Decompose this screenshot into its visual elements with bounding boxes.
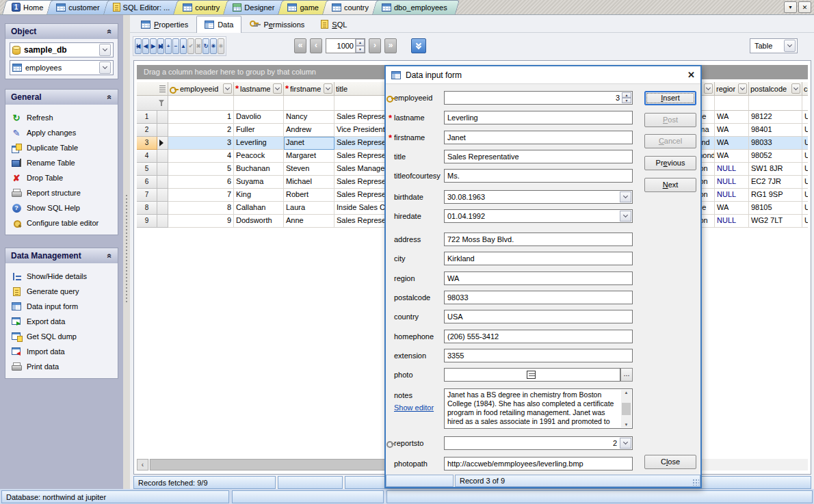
spin-down-button[interactable]: ▼: [356, 46, 365, 53]
sidebar-item-data-input-form[interactable]: Data input form: [8, 299, 115, 314]
cell-lastname[interactable]: Leverling: [234, 137, 284, 150]
cell-country[interactable]: USA: [802, 150, 808, 163]
scroll-left-button[interactable]: ‹: [137, 459, 148, 470]
cell-postalcode[interactable]: WG2 7LT: [749, 215, 802, 228]
sidebar-item-report-structure[interactable]: Report structure: [8, 185, 115, 200]
next-button[interactable]: Next: [644, 178, 696, 192]
cell-firstname[interactable]: Anne: [284, 215, 334, 228]
field-input-reportsto[interactable]: [445, 437, 632, 449]
cell-postalcode[interactable]: RG1 9SP: [749, 189, 802, 202]
field-input-title[interactable]: [445, 150, 632, 163]
post-record-button[interactable]: ✔: [187, 38, 194, 54]
row-number[interactable]: 3: [137, 137, 157, 150]
tab-data[interactable]: Data: [196, 16, 241, 33]
cell-lastname[interactable]: Peacock: [234, 150, 284, 163]
column-filter-dropdown[interactable]: [738, 83, 747, 94]
cell-country[interactable]: UK: [802, 215, 808, 228]
tab-country[interactable]: country: [173, 0, 228, 14]
cell-country[interactable]: UK: [802, 163, 808, 176]
sidebar-item-configure-table-editor[interactable]: Configure table editor: [8, 215, 115, 230]
cell-region[interactable]: WA: [715, 137, 749, 150]
field-input-photopath[interactable]: [445, 457, 632, 470]
notes-scrollbar[interactable]: ▲▼: [621, 390, 631, 427]
field-region[interactable]: [444, 271, 633, 285]
close-tab-button[interactable]: ✕: [798, 1, 811, 13]
tab-properties[interactable]: Properties: [133, 16, 196, 32]
cell-postalcode[interactable]: 98052: [749, 150, 802, 163]
dropdown-button[interactable]: [784, 40, 796, 52]
sidebar-item-refresh[interactable]: Refresh: [8, 110, 115, 125]
cell-postalcode[interactable]: SW1 8JR: [749, 163, 802, 176]
cell-employeeid[interactable]: 6: [168, 176, 234, 189]
collapse-icon[interactable]: «: [105, 254, 115, 258]
tab-sql[interactable]: SQL: [313, 16, 355, 32]
refresh-record-button[interactable]: ↻: [202, 38, 209, 54]
cell-firstname[interactable]: Janet: [284, 137, 334, 150]
next-page-button[interactable]: ›: [369, 38, 381, 53]
field-postalcode[interactable]: [444, 291, 633, 304]
cell-employeeid[interactable]: 5: [168, 163, 234, 176]
field-lastname[interactable]: [444, 111, 633, 124]
collapse-icon[interactable]: «: [105, 29, 115, 34]
data-management-panel-header[interactable]: Data Management«: [5, 248, 118, 263]
cell-lastname[interactable]: Callahan: [234, 202, 284, 215]
sidebar-item-import-data[interactable]: Import data: [8, 344, 115, 359]
bookmark-set-record-button[interactable]: ✳: [210, 38, 217, 54]
cell-region[interactable]: NULL: [715, 176, 749, 189]
tab-dbo-employees[interactable]: dbo_employees: [372, 0, 456, 14]
cell-employeeid[interactable]: 8: [168, 202, 234, 215]
cell-country[interactable]: USA: [802, 111, 808, 124]
column-filter-dropdown[interactable]: [791, 83, 800, 94]
sidebar-item-apply-changes[interactable]: Apply changes: [8, 125, 115, 140]
row-number[interactable]: 7: [137, 189, 157, 202]
cell-employeeid[interactable]: 4: [168, 150, 234, 163]
cell-lastname[interactable]: Dodsworth: [234, 215, 284, 228]
cell-firstname[interactable]: Steven: [284, 163, 334, 176]
row-number[interactable]: 5: [137, 163, 157, 176]
field-employeeid[interactable]: ▲▼: [444, 91, 633, 105]
column-filter-dropdown[interactable]: [704, 83, 713, 94]
last-record-button[interactable]: ▶: [157, 38, 164, 54]
row-number[interactable]: 8: [137, 202, 157, 215]
cell-postalcode[interactable]: EC2 7JR: [749, 176, 802, 189]
delete-record-button[interactable]: −: [172, 38, 179, 54]
previous-button[interactable]: Previous: [644, 156, 696, 170]
cell-region[interactable]: WA: [715, 150, 749, 163]
close-button[interactable]: Close: [644, 455, 696, 469]
next-record-button[interactable]: ▶: [150, 38, 157, 54]
bookmark-goto-record-button[interactable]: ✳: [218, 38, 224, 54]
field-extension[interactable]: [444, 349, 633, 362]
cell-region[interactable]: WA: [715, 124, 749, 137]
cell-firstname[interactable]: Robert: [284, 189, 334, 202]
last-page-button[interactable]: »: [384, 38, 397, 53]
general-panel-header[interactable]: General«: [5, 90, 118, 105]
field-hiredate[interactable]: [444, 209, 633, 223]
cell-lastname[interactable]: Suyama: [234, 176, 284, 189]
cell-firstname[interactable]: Nancy: [284, 111, 334, 124]
field-input-birthdate[interactable]: [445, 191, 632, 203]
row-number[interactable]: 6: [137, 176, 157, 189]
fetch-all-button[interactable]: [411, 38, 426, 53]
prior-record-button[interactable]: ◀: [142, 38, 149, 54]
sidebar-item-print-data[interactable]: Print data: [8, 359, 115, 374]
field-input-region[interactable]: [445, 272, 632, 284]
page-size-input[interactable]: [326, 39, 355, 53]
field-titleofcourtesy[interactable]: [444, 169, 633, 183]
column-header-firstname[interactable]: *firstname: [284, 82, 334, 96]
row-number[interactable]: 1: [137, 111, 157, 124]
field-city[interactable]: [444, 252, 633, 265]
tab-home[interactable]: Home: [2, 0, 51, 14]
row-number[interactable]: 4: [137, 150, 157, 163]
edit-record-button[interactable]: ▲: [180, 38, 187, 54]
spin-up-button[interactable]: ▲: [356, 39, 365, 46]
tab-country[interactable]: country: [322, 0, 377, 14]
column-chooser-icon[interactable]: [159, 85, 166, 92]
field-reportsto[interactable]: [444, 436, 633, 450]
sidebar-item-get-sql-dump[interactable]: Get SQL dump: [8, 329, 115, 344]
field-birthdate[interactable]: [444, 190, 633, 204]
cell-lastname[interactable]: Fuller: [234, 124, 284, 137]
field-input-postalcode[interactable]: [445, 291, 632, 304]
dropdown-button[interactable]: [620, 211, 631, 222]
cell-employeeid[interactable]: 2: [168, 124, 234, 137]
cell-firstname[interactable]: Margaret: [284, 150, 334, 163]
